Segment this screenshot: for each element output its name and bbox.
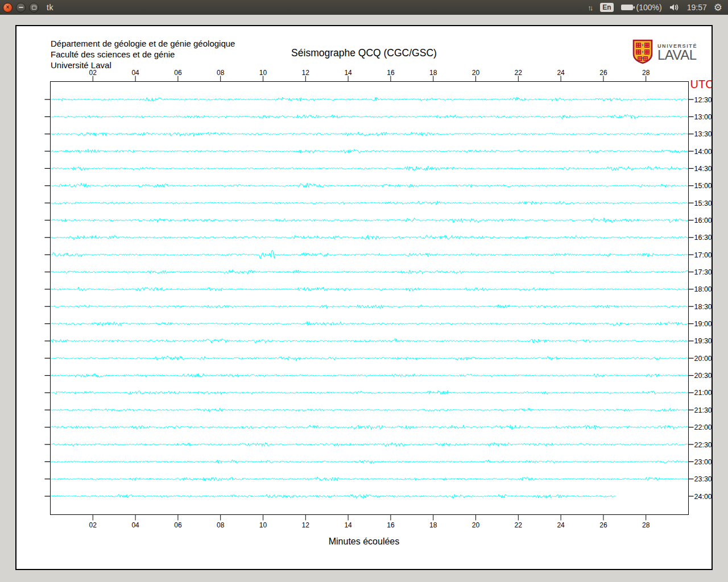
utc-time-label: 17:30 [694, 268, 712, 276]
x-tick-label-top: 18 [429, 69, 437, 77]
utc-time-label: 19:30 [694, 337, 712, 345]
utc-time-label: 18:00 [694, 285, 712, 293]
x-tick-label-bottom: 08 [217, 521, 225, 529]
battery-icon [621, 3, 635, 11]
utc-time-label: 13:30 [694, 130, 712, 138]
battery-percent-label: (100%) [636, 3, 662, 12]
minimize-icon [19, 7, 23, 8]
x-tick-label-top: 24 [557, 69, 565, 77]
utc-time-label: 15:00 [694, 182, 712, 190]
x-tick-label-top: 20 [472, 69, 480, 77]
x-axis-title: Minutes écoulées [16, 537, 712, 547]
x-tick-label-top: 08 [217, 69, 225, 77]
utc-axis-title: UTC [690, 78, 712, 90]
x-tick-label-bottom: 14 [344, 521, 352, 529]
volume-indicator[interactable] [669, 3, 680, 12]
network-traffic-icon[interactable]: ↑↓ [588, 3, 593, 12]
clock-label: 19:57 [687, 3, 707, 12]
x-tick-label-top: 02 [89, 69, 97, 77]
utc-time-label: 18:30 [694, 303, 712, 311]
utc-time-label: 16:00 [694, 217, 712, 225]
maximize-icon [32, 6, 36, 10]
battery-indicator[interactable]: (100%) [621, 3, 662, 12]
x-tick-label-top: 12 [302, 69, 310, 77]
utc-time-label: 22:30 [694, 441, 712, 449]
seismogram-plot: 0202040406060808101012121414161618182020… [16, 26, 712, 569]
utc-time-label: 20:30 [694, 372, 712, 380]
x-tick-label-top: 04 [131, 69, 139, 77]
x-tick-label-bottom: 12 [302, 521, 310, 529]
x-tick-label-top: 22 [515, 69, 523, 77]
window-maximize-button[interactable] [29, 3, 39, 13]
clock-indicator[interactable]: 19:57 [687, 3, 707, 12]
plot-frame [51, 82, 689, 515]
x-tick-label-top: 14 [344, 69, 352, 77]
window-close-button[interactable]: × [3, 3, 13, 13]
speaker-icon [669, 3, 680, 12]
x-tick-label-bottom: 26 [599, 521, 607, 529]
x-tick-label-top: 16 [387, 69, 395, 77]
utc-time-label: 22:00 [694, 423, 712, 431]
utc-time-label: 21:30 [694, 406, 712, 414]
utc-time-label: 23:30 [694, 475, 712, 483]
window-minimize-button[interactable] [16, 3, 26, 13]
keyboard-layout-label: En [600, 3, 613, 12]
utc-time-label: 20:00 [694, 355, 712, 363]
x-tick-label-bottom: 10 [259, 521, 267, 529]
x-tick-label-top: 26 [599, 69, 607, 77]
x-tick-label-bottom: 22 [515, 521, 523, 529]
utc-time-label: 16:30 [694, 234, 712, 242]
x-tick-label-bottom: 02 [89, 521, 97, 529]
keyboard-layout-indicator[interactable]: En [600, 3, 613, 12]
utc-time-label: 15:30 [694, 199, 712, 207]
utc-time-label: 23:00 [694, 458, 712, 466]
utc-time-label: 14:00 [694, 148, 712, 156]
utc-time-label: 17:00 [694, 251, 712, 259]
x-tick-label-bottom: 18 [429, 521, 437, 529]
window-title: tk [47, 3, 53, 12]
x-tick-label-bottom: 04 [131, 521, 139, 529]
utc-time-label: 14:30 [694, 165, 712, 173]
system-top-bar: × tk ↑↓ En (100%) 19:57 ⚙ [0, 0, 728, 15]
x-tick-label-bottom: 28 [642, 521, 650, 529]
tk-window: Département de géologie et de génie géol… [0, 15, 728, 582]
x-tick-label-bottom: 16 [387, 521, 395, 529]
window-controls: × [3, 3, 39, 13]
utc-time-label: 24:00 [694, 493, 712, 501]
x-tick-label-top: 10 [259, 69, 267, 77]
utc-time-label: 13:00 [694, 113, 712, 121]
x-tick-label-bottom: 06 [174, 521, 182, 529]
x-tick-label-bottom: 24 [557, 521, 565, 529]
utc-time-label: 12:30 [694, 96, 712, 104]
x-tick-label-top: 06 [174, 69, 182, 77]
system-indicators: ↑↓ En (100%) 19:57 ⚙ [588, 2, 728, 14]
seismograph-canvas: Département de géologie et de génie géol… [15, 25, 713, 570]
session-gear-icon[interactable]: ⚙ [714, 2, 722, 14]
utc-time-label: 19:00 [694, 320, 712, 328]
x-tick-label-bottom: 20 [472, 521, 480, 529]
x-tick-label-top: 28 [642, 69, 650, 77]
utc-time-label: 21:00 [694, 389, 712, 397]
